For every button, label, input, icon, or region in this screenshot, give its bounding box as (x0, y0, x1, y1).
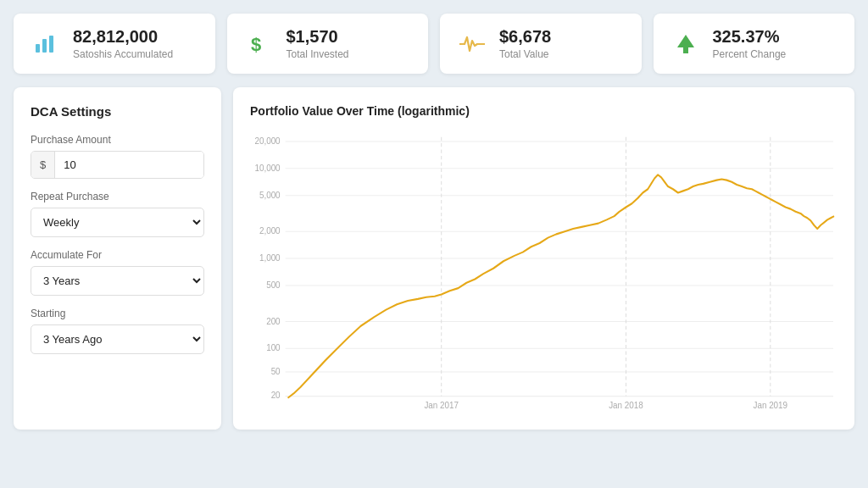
total-value-card: $6,678 Total Value (440, 14, 642, 74)
svg-text:10,000: 10,000 (254, 164, 281, 173)
svg-rect-5 (683, 47, 688, 53)
accumulate-for-group: Accumulate For 3 Years 1 Year 2 Years 5 … (31, 249, 204, 296)
svg-text:500: 500 (266, 280, 281, 290)
satoshis-content: 82,812,000 Satoshis Accumulated (73, 27, 173, 60)
purchase-amount-field[interactable] (55, 152, 204, 178)
total-value-label: Total Value (499, 48, 551, 60)
invested-card: $ $1,570 Total Invested (227, 14, 429, 74)
purchase-amount-label: Purchase Amount (31, 134, 204, 146)
percent-card: 325.37% Percent Change (654, 14, 855, 74)
starting-group: Starting 3 Years Ago 1 Year Ago 2 Years … (31, 308, 204, 354)
invested-value: $1,570 (287, 27, 349, 47)
chart-svg: 20,000 10,000 5,000 2,000 1,000 500 200 … (250, 128, 837, 416)
repeat-purchase-select[interactable]: Weekly Daily Monthly (31, 208, 204, 237)
purchase-amount-group: Purchase Amount $ .00 (31, 134, 204, 179)
svg-text:20: 20 (271, 390, 281, 399)
svg-text:50: 50 (271, 367, 281, 376)
satoshis-value: 82,812,000 (73, 27, 173, 47)
total-value-value: $6,678 (499, 27, 551, 47)
percent-value: 325.37% (713, 27, 787, 47)
svg-text:Jan 2017: Jan 2017 (424, 401, 459, 410)
svg-rect-1 (42, 39, 47, 53)
chart-title: Portfolio Value Over Time (logarithmic) (250, 104, 837, 118)
svg-rect-2 (49, 36, 53, 53)
svg-text:Jan 2019: Jan 2019 (753, 401, 787, 410)
satoshis-label: Satoshis Accumulated (73, 48, 173, 60)
total-value-content: $6,678 Total Value (499, 27, 551, 60)
settings-panel: DCA Settings Purchase Amount $ .00 Repea… (14, 87, 221, 430)
purchase-amount-input-row: $ .00 (31, 151, 204, 179)
chart-panel: Portfolio Value Over Time (logarithmic) … (233, 87, 854, 430)
chart-container: 20,000 10,000 5,000 2,000 1,000 500 200 … (250, 128, 837, 416)
dollar-prefix: $ (31, 152, 55, 178)
svg-text:200: 200 (266, 316, 281, 325)
svg-text:2,000: 2,000 (259, 226, 281, 236)
settings-title: DCA Settings (31, 104, 204, 119)
arrow-up-icon (670, 32, 701, 56)
svg-text:100: 100 (266, 343, 281, 352)
starting-select[interactable]: 3 Years Ago 1 Year Ago 2 Years Ago 5 Yea… (31, 324, 204, 354)
repeat-purchase-label: Repeat Purchase (31, 191, 204, 202)
top-cards-row: 82,812,000 Satoshis Accumulated $ $1,570… (14, 14, 854, 74)
pulse-icon (457, 34, 487, 54)
satoshis-card: 82,812,000 Satoshis Accumulated (14, 14, 215, 74)
bar-icon (31, 32, 61, 56)
starting-label: Starting (31, 308, 204, 319)
accumulate-for-label: Accumulate For (31, 249, 204, 261)
dollar-icon: $ (244, 32, 275, 56)
invested-label: Total Invested (287, 48, 349, 60)
svg-rect-0 (36, 44, 40, 53)
svg-text:5,000: 5,000 (259, 191, 281, 200)
bottom-section: DCA Settings Purchase Amount $ .00 Repea… (14, 87, 854, 430)
accumulate-for-select[interactable]: 3 Years 1 Year 2 Years 5 Years (31, 266, 204, 296)
percent-label: Percent Change (713, 48, 787, 60)
svg-text:$: $ (251, 34, 261, 55)
svg-text:20,000: 20,000 (254, 136, 281, 146)
svg-text:1,000: 1,000 (259, 253, 281, 263)
svg-text:Jan 2018: Jan 2018 (609, 401, 643, 410)
percent-content: 325.37% Percent Change (713, 27, 787, 60)
svg-marker-4 (677, 35, 694, 47)
repeat-purchase-group: Repeat Purchase Weekly Daily Monthly (31, 191, 204, 237)
invested-content: $1,570 Total Invested (287, 27, 349, 60)
